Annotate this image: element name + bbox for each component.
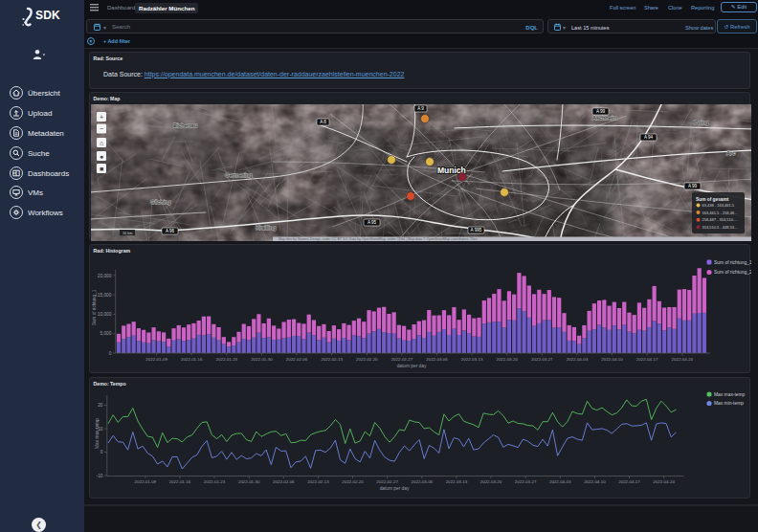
svg-text:A 995: A 995	[470, 228, 481, 233]
svg-text:A 95: A 95	[367, 220, 376, 225]
svg-text:2022-01-09: 2022-01-09	[145, 357, 167, 362]
svg-text:2022-02-20: 2022-02-20	[342, 479, 364, 484]
svg-text:Poing: Poing	[694, 120, 708, 125]
svg-text:2022-01-16: 2022-01-16	[181, 357, 203, 362]
svg-text:A 99: A 99	[595, 109, 605, 114]
svg-text:2022-03-20: 2022-03-20	[480, 479, 502, 484]
svg-text:2022-02-13: 2022-02-13	[321, 357, 343, 362]
svg-text:2022-02-06: 2022-02-06	[273, 479, 295, 484]
svg-text:+: +	[99, 113, 102, 120]
svg-text:2022-04-24: 2022-04-24	[653, 479, 675, 484]
svg-text:2022-01-30: 2022-01-30	[238, 479, 260, 484]
svg-text:Sum of gesamt: Sum of gesamt	[696, 196, 729, 201]
svg-text:2022-03-27: 2022-03-27	[515, 479, 537, 484]
svg-text:10,000: 10,000	[98, 312, 112, 317]
svg-text:2022-01-30: 2022-01-30	[251, 357, 273, 362]
svg-text:Germering: Germering	[225, 172, 252, 178]
svg-text:63,438 - 163,461.5: 63,438 - 163,461.5	[702, 203, 734, 208]
svg-text:20,000: 20,000	[98, 274, 112, 278]
svg-text:2022-04-17: 2022-04-17	[618, 479, 640, 484]
svg-text:10 km: 10 km	[123, 231, 132, 234]
svg-text:A 99: A 99	[687, 184, 697, 188]
svg-text:⌂: ⌂	[99, 139, 102, 145]
svg-text:2022-03-06: 2022-03-06	[412, 479, 434, 484]
svg-text:Arc: Arc	[726, 150, 735, 156]
svg-text:●: ●	[99, 152, 102, 159]
svg-text:353,510.5 - 448,53...: 353,510.5 - 448,53...	[702, 224, 737, 229]
svg-text:2022-04-10: 2022-04-10	[601, 357, 623, 362]
svg-text:0: 0	[109, 351, 112, 356]
svg-text:−: −	[99, 125, 102, 132]
svg-text:Max max-temp: Max max-temp	[714, 392, 746, 397]
svg-text:258,487 - 353,510....: 258,487 - 353,510....	[702, 217, 737, 222]
svg-text:2022-01-23: 2022-01-23	[216, 357, 238, 362]
svg-text:2022-04-24: 2022-04-24	[672, 357, 694, 362]
svg-text:Sum of richtung_2: Sum of richtung_2	[714, 270, 751, 275]
svg-text:2022-03-06: 2022-03-06	[426, 357, 448, 362]
svg-text:2022-04-17: 2022-04-17	[636, 357, 658, 362]
svg-text:2022-03-13: 2022-03-13	[446, 479, 468, 484]
svg-text:datum per day: datum per day	[397, 364, 427, 368]
svg-text:2022-04-03: 2022-04-03	[549, 479, 571, 484]
svg-text:0: 0	[100, 450, 103, 454]
svg-text:2022-04-03: 2022-04-03	[567, 357, 589, 362]
svg-text:Aschheim: Aschheim	[592, 115, 617, 121]
svg-text:2022-03-27: 2022-03-27	[531, 357, 553, 362]
svg-text:2022-02-27: 2022-02-27	[391, 357, 413, 362]
svg-text:5,000: 5,000	[100, 331, 111, 336]
svg-text:Max max-temp: Max max-temp	[95, 418, 100, 449]
svg-text:2022-03-13: 2022-03-13	[461, 357, 483, 362]
svg-text:15,000: 15,000	[98, 293, 112, 298]
svg-text:Gilching: Gilching	[150, 199, 171, 205]
svg-text:Max min-temp: Max min-temp	[714, 401, 744, 406]
svg-text:2022-03-20: 2022-03-20	[496, 357, 518, 362]
svg-text:2022-01-09: 2022-01-09	[135, 479, 157, 484]
svg-text:A 94: A 94	[643, 135, 653, 140]
svg-text:Eichenau: Eichenau	[173, 122, 197, 128]
svg-text:A 8: A 8	[320, 120, 326, 124]
svg-text:■: ■	[99, 165, 102, 171]
svg-text:2022-02-06: 2022-02-06	[286, 357, 308, 362]
svg-text:20: 20	[98, 403, 103, 408]
svg-text:Sum of richtung_1: Sum of richtung_1	[92, 289, 97, 325]
svg-text:-10: -10	[97, 474, 103, 478]
svg-text:2022-04-10: 2022-04-10	[584, 479, 606, 484]
svg-text:2022-01-23: 2022-01-23	[204, 479, 226, 484]
svg-text:A 96: A 96	[165, 229, 174, 233]
svg-text:2022-02-20: 2022-02-20	[356, 357, 378, 362]
svg-text:163,461.5 - 258,48...: 163,461.5 - 258,48...	[702, 210, 737, 214]
svg-text:2022-02-27: 2022-02-27	[376, 479, 398, 484]
svg-text:2022-01-16: 2022-01-16	[169, 479, 191, 484]
svg-text:Sum of richtung_1: Sum of richtung_1	[714, 260, 751, 265]
svg-text:Krailling: Krailling	[256, 225, 276, 231]
svg-text:datum per day: datum per day	[380, 486, 410, 491]
svg-text:2022-02-13: 2022-02-13	[307, 479, 329, 484]
svg-text:Map tiles by Stamen Design, un: Map tiles by Stamen Design, under CC BY …	[279, 236, 478, 240]
svg-text:A 9: A 9	[417, 106, 424, 111]
